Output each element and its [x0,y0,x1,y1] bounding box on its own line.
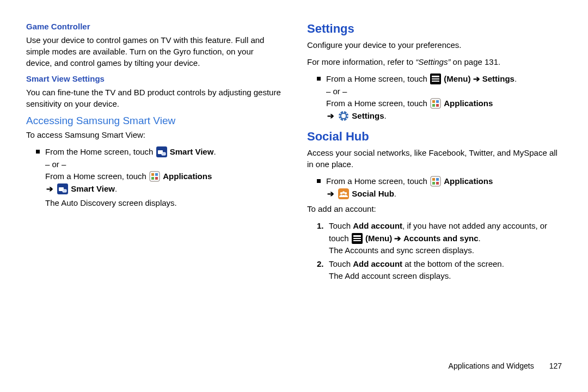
smartview-icon [57,183,68,194]
right-column: Settings Configure your device to your p… [307,22,562,370]
text-game-controller: Use your device to control games on TV w… [26,34,281,69]
svg-rect-14 [432,81,439,82]
bullet-smartview-1: From the Home screen, touch Smart View. … [26,146,281,210]
or-text: – or – [326,85,517,98]
svg-rect-40 [353,235,361,237]
footer-section: Applications and Widgets [449,362,534,370]
svg-rect-30 [431,176,440,186]
svg-point-36 [340,192,342,194]
svg-rect-17 [436,100,439,103]
bold-text: (Menu) ➔ Accounts and sync [365,234,478,243]
text: Touch [329,221,353,230]
svg-rect-24 [338,115,340,117]
left-column: Game Controller Use your device to contr… [26,22,281,370]
menu-icon [430,74,441,84]
text: From a Home screen, touch [326,99,430,108]
svg-rect-13 [432,78,439,79]
text-social-body: Access your social networks, like Facebo… [307,147,562,170]
text: From a Home screen, touch [326,74,430,83]
text: From the Home screen, touch [45,147,156,156]
svg-rect-19 [436,104,439,107]
applications-icon [149,171,160,182]
svg-point-38 [345,192,347,194]
bullet-settings-1: From a Home screen, touch (Menu) ➔ Setti… [307,73,562,122]
svg-rect-15 [431,99,440,108]
bold-text: Add account [353,259,402,268]
bold-text: Settings [352,111,384,120]
svg-rect-10 [63,189,66,192]
bold-text: Smart View [170,147,214,156]
text: The Add account screen displays. [329,270,504,283]
svg-rect-22 [343,111,344,113]
bold-text: Social Hub [352,189,394,198]
svg-rect-12 [432,76,439,77]
applications-icon [430,98,441,109]
svg-rect-16 [432,100,435,103]
step-1: 1. Touch Add account, if you have not ad… [307,220,562,257]
svg-point-21 [341,114,346,118]
text: From a Home screen, touch [326,176,430,186]
arrow-icon [326,111,335,120]
text: The Accounts and sync screen displays. [329,244,562,257]
svg-rect-25 [347,115,349,117]
text: Touch [329,259,353,268]
page-footer: Applications and Widgets 127 [449,362,562,370]
svg-rect-7 [155,177,158,180]
text-smart-view-settings: You can fine-tune the TV and BD product … [26,87,281,109]
svg-rect-35 [338,188,349,199]
bold-text: Applications [163,171,212,181]
heading-game-controller: Game Controller [26,22,281,31]
svg-rect-3 [150,171,160,181]
svg-rect-18 [432,104,435,107]
heading-settings: Settings [307,22,562,36]
settings-gear-icon [338,111,349,121]
arrow-icon [45,184,54,193]
step-2: 2. Touch Add account at the bottom of th… [307,258,562,283]
bold-text: Applications [444,99,493,108]
svg-point-37 [342,191,345,193]
text-settings-1: Configure your device to your preference… [307,39,562,51]
bold-text: Smart View [71,184,115,193]
svg-rect-23 [343,119,344,121]
svg-rect-6 [151,177,154,180]
menu-icon [352,233,363,244]
bold-text: Applications [444,176,493,186]
svg-rect-33 [432,182,435,185]
social-hub-icon [338,188,349,199]
svg-rect-41 [353,238,361,239]
bold-text: (Menu) ➔ Settings [444,74,514,83]
italic-text: “Settings” [415,57,452,66]
bullet-social-1: From a Home screen, touch Applications S… [307,175,562,200]
svg-rect-4 [151,173,154,176]
svg-rect-2 [162,152,166,155]
text-access-intro: To access Samsung Smart View: [26,129,281,140]
heading-accessing-smart-view: Accessing Samsung Smart View [26,115,281,127]
footer-page-number: 127 [549,362,562,370]
text-settings-2: For more information, refer to “Settings… [307,56,562,68]
smartview-icon [156,146,167,157]
svg-rect-32 [436,178,439,181]
svg-rect-31 [432,178,435,181]
text: For more information, refer to [307,57,415,66]
svg-rect-42 [353,240,361,241]
text: on page 131. [453,57,501,66]
text: at the bottom of the screen. [402,259,504,268]
text: The Auto Discovery screen displays. [45,197,216,210]
arrow-icon [326,189,335,198]
heading-smart-view-settings: Smart View Settings [26,74,281,83]
text-add-intro: To add an account: [307,203,562,215]
step-number: 1. [317,220,329,257]
svg-rect-5 [155,173,158,176]
svg-rect-34 [436,182,439,185]
applications-icon [430,176,441,187]
step-number: 2. [317,258,329,283]
heading-social-hub: Social Hub [307,130,562,144]
bold-text: Add account [353,221,402,230]
text: From a Home screen, touch [45,171,149,181]
or-text: – or – [45,158,216,171]
